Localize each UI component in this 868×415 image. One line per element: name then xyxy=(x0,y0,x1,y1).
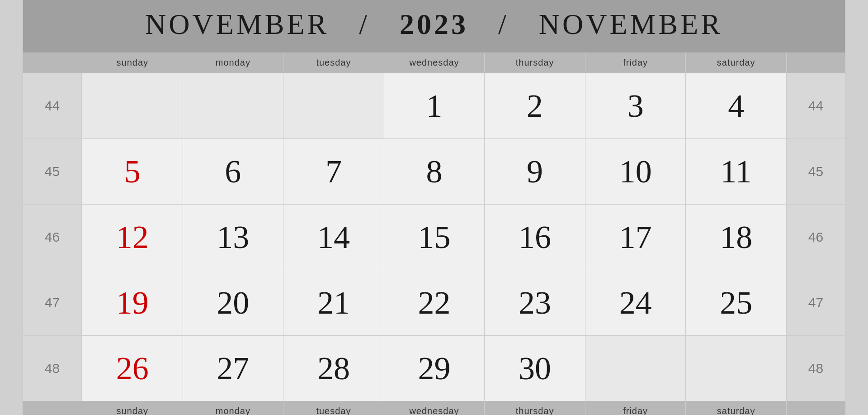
footer-corner-left xyxy=(23,401,82,415)
day-16[interactable]: 16 xyxy=(484,204,585,270)
header-tuesday: tuesday xyxy=(283,53,384,73)
calendar: NOVEMBER / 2023 / NOVEMBER sunday monday… xyxy=(23,0,845,415)
day-5[interactable]: 5 xyxy=(82,138,183,204)
day-7[interactable]: 7 xyxy=(283,138,384,204)
day-10[interactable]: 10 xyxy=(585,138,686,204)
day-11[interactable]: 11 xyxy=(685,138,786,204)
header-sunday: sunday xyxy=(82,53,183,73)
week-46-right: 46 xyxy=(786,204,845,270)
day-28[interactable]: 28 xyxy=(283,335,384,401)
week-48: 48 xyxy=(23,335,82,401)
day-w48-fri[interactable] xyxy=(585,335,686,401)
day-6[interactable]: 6 xyxy=(183,138,283,204)
header-saturday: saturday xyxy=(685,53,786,73)
week-47: 47 xyxy=(23,270,82,335)
day-13[interactable]: 13 xyxy=(183,204,283,270)
day-20[interactable]: 20 xyxy=(183,270,283,335)
calendar-title: NOVEMBER / 2023 / NOVEMBER xyxy=(32,8,836,41)
day-26[interactable]: 26 xyxy=(82,335,183,401)
footer-saturday: saturday xyxy=(685,401,786,415)
day-19[interactable]: 19 xyxy=(82,270,183,335)
day-29[interactable]: 29 xyxy=(384,335,485,401)
day-27[interactable]: 27 xyxy=(183,335,283,401)
day-22[interactable]: 22 xyxy=(384,270,485,335)
footer-corner-right xyxy=(786,401,845,415)
calendar-grid: sunday monday tuesday wednesday thursday… xyxy=(23,52,845,415)
header-corner-left xyxy=(23,53,82,73)
day-25[interactable]: 25 xyxy=(685,270,786,335)
day-3[interactable]: 3 xyxy=(585,73,686,138)
header-friday: friday xyxy=(585,53,686,73)
header-corner-right xyxy=(786,53,845,73)
day-w48-sat[interactable] xyxy=(685,335,786,401)
day-w44-sun[interactable] xyxy=(82,73,183,138)
day-4[interactable]: 4 xyxy=(685,73,786,138)
week-47-right: 47 xyxy=(786,270,845,335)
year: 2023 xyxy=(400,8,468,40)
day-2[interactable]: 2 xyxy=(484,73,585,138)
week-45-right: 45 xyxy=(786,138,845,204)
week-44-right: 44 xyxy=(786,73,845,138)
header-monday: monday xyxy=(183,53,283,73)
week-45: 45 xyxy=(23,138,82,204)
day-23[interactable]: 23 xyxy=(484,270,585,335)
footer-tuesday: tuesday xyxy=(283,401,384,415)
separator-1: / xyxy=(359,8,370,40)
day-17[interactable]: 17 xyxy=(585,204,686,270)
month-left: NOVEMBER xyxy=(145,8,329,40)
day-18[interactable]: 18 xyxy=(685,204,786,270)
week-46: 46 xyxy=(23,204,82,270)
footer-sunday: sunday xyxy=(82,401,183,415)
header-thursday: thursday xyxy=(484,53,585,73)
day-15[interactable]: 15 xyxy=(384,204,485,270)
day-8[interactable]: 8 xyxy=(384,138,485,204)
footer-wednesday: wednesday xyxy=(384,401,485,415)
day-9[interactable]: 9 xyxy=(484,138,585,204)
calendar-header: NOVEMBER / 2023 / NOVEMBER xyxy=(23,0,845,52)
day-w44-tue[interactable] xyxy=(283,73,384,138)
day-21[interactable]: 21 xyxy=(283,270,384,335)
header-wednesday: wednesday xyxy=(384,53,485,73)
day-w44-mon[interactable] xyxy=(183,73,283,138)
week-44: 44 xyxy=(23,73,82,138)
separator-2: / xyxy=(498,8,509,40)
day-12[interactable]: 12 xyxy=(82,204,183,270)
footer-friday: friday xyxy=(585,401,686,415)
day-14[interactable]: 14 xyxy=(283,204,384,270)
month-right: NOVEMBER xyxy=(539,8,723,40)
footer-monday: monday xyxy=(183,401,283,415)
day-30[interactable]: 30 xyxy=(484,335,585,401)
day-24[interactable]: 24 xyxy=(585,270,686,335)
day-1[interactable]: 1 xyxy=(384,73,485,138)
footer-thursday: thursday xyxy=(484,401,585,415)
week-48-right: 48 xyxy=(786,335,845,401)
